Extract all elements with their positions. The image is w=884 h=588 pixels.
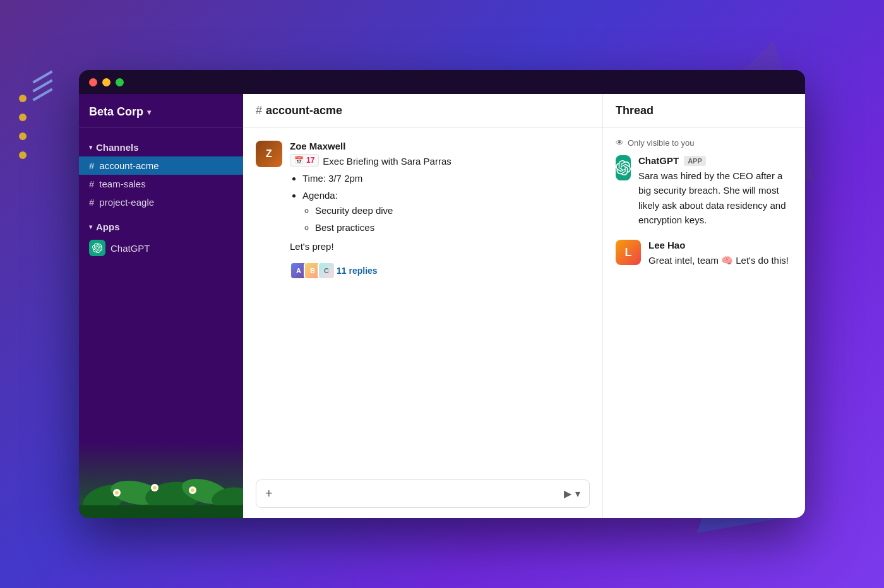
minimize-button[interactable]: [102, 78, 110, 86]
plant-svg: [79, 442, 243, 518]
send-options-button[interactable]: ▾: [575, 488, 580, 500]
thread-panel: Thread 👁 Only visible to you: [603, 94, 805, 518]
calendar-badge: 📅 17: [290, 154, 319, 167]
channel-hash-icon: #: [256, 104, 262, 117]
message-closing: Let's prep!: [290, 240, 451, 254]
channel-name-team-sales: team-sales: [99, 179, 145, 189]
svg-point-8: [153, 486, 157, 490]
thread-sender-lee: Lee Hao: [648, 240, 685, 250]
sidebar-item-account-acme[interactable]: # account-acme: [79, 156, 243, 175]
bg-lines: [32, 76, 54, 102]
apps-arrow-icon: ▾: [89, 223, 92, 230]
chat-messages: Z Zoe Maxwell 📅 17 Exec Briefing with Sa…: [243, 128, 602, 472]
maximize-button[interactable]: [116, 78, 124, 86]
thread-sender-row-chatgpt: ChatGPT APP: [638, 155, 792, 166]
sidebar-item-project-eagle[interactable]: # project-eagle: [79, 193, 243, 211]
svg-rect-11: [79, 505, 243, 518]
bg-dots: [19, 95, 27, 170]
avatar-lee: L: [616, 240, 641, 265]
thread-msg-content-chatgpt: ChatGPT APP Sara was hired by the CEO af…: [638, 155, 792, 227]
agenda-item-1: Security deep dive: [315, 204, 451, 218]
channels-label: Channels: [96, 142, 139, 153]
agenda-label: Agenda: Security deep dive Best practice…: [302, 189, 451, 235]
chatgpt-icon: [89, 240, 105, 256]
message-body: Time: 3/7 2pm Agenda: Security deep dive…: [290, 172, 451, 254]
hash-icon: #: [89, 160, 94, 171]
reply-avatar-3: C: [318, 262, 335, 279]
channels-arrow-icon: ▾: [89, 144, 92, 151]
avatar-zoe: Z: [256, 141, 282, 167]
workspace-name[interactable]: Beta Corp ▾: [89, 105, 233, 119]
thread-msg-text-lee: Great intel, team 🧠 Let's do this!: [648, 253, 789, 268]
message-input-area: + ▶ ▾: [243, 472, 602, 518]
thread-sender-row-lee: Lee Hao: [648, 240, 789, 250]
app-window: Beta Corp ▾ ▾ Channels # account-acme # …: [79, 70, 805, 518]
eye-icon: 👁: [616, 138, 624, 148]
replies-count[interactable]: 11 replies: [337, 266, 378, 276]
chat-header: # account-acme: [243, 94, 602, 128]
chat-area: # account-acme Z Zoe Maxwell 📅 17 Exec B…: [243, 94, 603, 518]
channel-name-project-eagle: project-eagle: [99, 197, 154, 208]
agenda-sub-list: Security deep dive Best practices: [315, 204, 451, 235]
thread-header: Thread: [603, 94, 805, 128]
sidebar-item-team-sales[interactable]: # team-sales: [79, 175, 243, 193]
svg-point-10: [191, 488, 194, 492]
channels-section-header[interactable]: ▾ Channels: [79, 138, 243, 156]
chatgpt-label: ChatGPT: [110, 243, 150, 254]
calendar-icon: 📅: [294, 156, 304, 165]
traffic-lights: [89, 78, 124, 86]
apps-section-header[interactable]: ▾ Apps: [79, 218, 243, 236]
sidebar-header[interactable]: Beta Corp ▾: [79, 94, 243, 128]
close-button[interactable]: [89, 78, 97, 86]
workspace-chevron-icon: ▾: [147, 108, 151, 117]
agenda-time: Time: 3/7 2pm: [302, 172, 451, 186]
apps-section: ▾ Apps ChatGPT: [79, 218, 243, 260]
thread-message-chatgpt: ChatGPT APP Sara was hired by the CEO af…: [616, 155, 792, 227]
thread-msg-content-lee: Lee Hao Great intel, team 🧠 Let's do thi…: [648, 240, 789, 268]
hash-icon: #: [89, 179, 94, 189]
avatar-chatgpt: [616, 155, 631, 180]
workspace-label: Beta Corp: [89, 105, 143, 119]
chatgpt-logo: [92, 243, 102, 253]
svg-point-6: [115, 491, 119, 495]
hash-icon: #: [89, 197, 94, 208]
visibility-text: Only visible to you: [628, 138, 695, 148]
sidebar-plant-decoration: [79, 442, 243, 518]
calendar-day: 17: [306, 156, 314, 165]
send-controls: ▶ ▾: [564, 488, 580, 500]
message-content-zoe: Zoe Maxwell 📅 17 Exec Briefing with Sara…: [290, 141, 451, 279]
sidebar: Beta Corp ▾ ▾ Channels # account-acme # …: [79, 94, 243, 518]
thread-title: Thread: [616, 104, 654, 117]
channel-name-account-acme: account-acme: [99, 160, 158, 171]
sender-name-zoe: Zoe Maxwell: [290, 141, 451, 151]
thread-sender-chatgpt: ChatGPT: [638, 155, 679, 166]
message-input-box[interactable]: + ▶ ▾: [256, 479, 590, 508]
meeting-title: Exec Briefing with Sara Parras: [323, 155, 451, 169]
replies-row[interactable]: A B C 11 replies: [290, 262, 451, 279]
thread-messages: 👁 Only visible to you ChatGPT APP: [603, 128, 805, 518]
send-button[interactable]: ▶: [564, 488, 571, 500]
app-container: Beta Corp ▾ ▾ Channels # account-acme # …: [79, 94, 805, 518]
thread-message-lee: L Lee Hao Great intel, team 🧠 Let's do t…: [616, 240, 792, 268]
thread-visibility-notice: 👁 Only visible to you: [616, 138, 792, 148]
message-input[interactable]: [279, 488, 558, 499]
agenda-item-2: Best practices: [315, 221, 451, 235]
app-badge: APP: [684, 156, 706, 166]
agenda-list: Time: 3/7 2pm Agenda: Security deep dive…: [302, 172, 451, 235]
sidebar-item-chatgpt[interactable]: ChatGPT: [79, 236, 243, 260]
thread-msg-text-chatgpt: Sara was hired by the CEO after a big se…: [638, 168, 792, 227]
title-bar: [79, 70, 805, 94]
add-attachment-button[interactable]: +: [265, 486, 273, 501]
chatgpt-thread-icon: [616, 160, 631, 175]
message-zoe: Z Zoe Maxwell 📅 17 Exec Briefing with Sa…: [256, 141, 590, 279]
channel-title: account-acme: [266, 104, 342, 117]
reply-avatars: A B C: [290, 262, 332, 279]
apps-label: Apps: [96, 221, 120, 232]
